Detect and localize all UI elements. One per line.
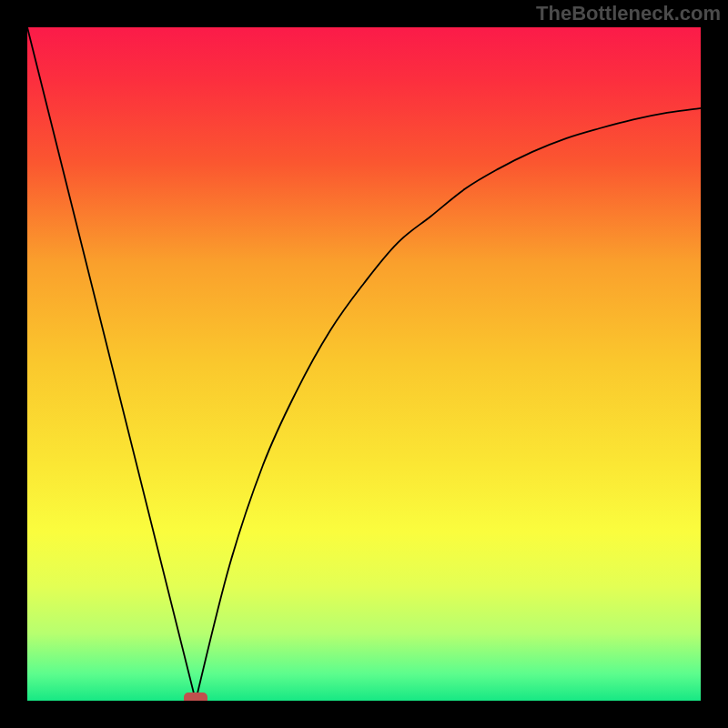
minimum-marker	[184, 693, 207, 701]
chart-frame: TheBottleneck.com	[0, 0, 728, 728]
attribution-label: TheBottleneck.com	[536, 2, 721, 25]
plot-area	[27, 27, 701, 701]
chart-svg	[27, 27, 701, 701]
